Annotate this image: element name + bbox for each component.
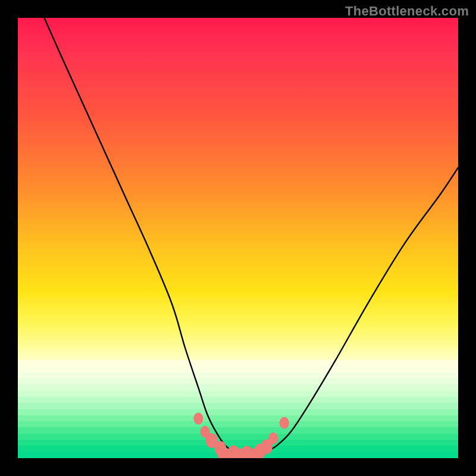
- gradient-stripe: [18, 415, 458, 421]
- gradient-stripe: [18, 409, 458, 415]
- chart-frame: TheBottleneck.com: [0, 0, 476, 476]
- gradient-stripe: [18, 446, 458, 452]
- gradient-stripe: [18, 452, 458, 458]
- gradient-stripe: [18, 366, 458, 372]
- plot-area: [18, 18, 458, 458]
- gradient-stripe: [18, 440, 458, 446]
- gradient-stripe: [18, 384, 458, 390]
- gradient-stripes: [18, 360, 458, 458]
- gradient-stripe: [18, 434, 458, 440]
- gradient-stripe: [18, 403, 458, 409]
- gradient-stripe: [18, 378, 458, 384]
- gradient-stripe: [18, 391, 458, 397]
- watermark-text: TheBottleneck.com: [345, 4, 469, 19]
- gradient-stripe: [18, 360, 458, 366]
- gradient-stripe: [18, 397, 458, 403]
- gradient-stripe: [18, 421, 458, 427]
- gradient-stripe: [18, 427, 458, 433]
- gradient-stripe: [18, 372, 458, 378]
